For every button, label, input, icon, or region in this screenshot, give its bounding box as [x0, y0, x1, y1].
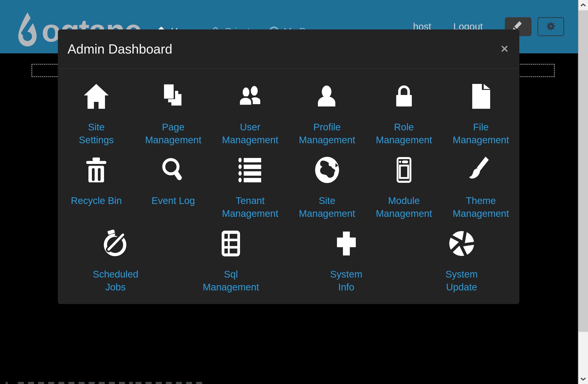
page: oqtane HomePrivateMy Page host Logout [0, 0, 588, 384]
admin-dashboard-modal: Admin Dashboard ✕ SiteSettingsPageManage… [58, 29, 519, 304]
tile-label-line: Recycle Bin [71, 194, 122, 207]
scroll-down-button[interactable] [578, 374, 588, 384]
tile-row: ScheduledJobsSqlManagementSystemInfoSyst… [58, 223, 519, 297]
tile-page-management[interactable]: PageManagement [135, 76, 212, 149]
tile-module-management[interactable]: ModuleManagement [365, 149, 442, 223]
control-panel-button[interactable] [537, 17, 564, 36]
tile-event-log[interactable]: Event Log [135, 149, 212, 223]
tile-role-management[interactable]: RoleManagement [365, 76, 442, 149]
tile-label: SqlManagement [203, 268, 259, 294]
tile-label-line: Site [79, 121, 114, 134]
browser-icon [390, 156, 418, 184]
globe-icon [313, 156, 341, 184]
tile-label: TenantManagement [222, 194, 278, 220]
tile-label-line: Management [222, 207, 278, 220]
tile-label: PageManagement [145, 121, 201, 146]
tile-label: Event Log [152, 194, 195, 207]
tile-label-line: Settings [79, 134, 114, 146]
tile-scheduled-jobs[interactable]: ScheduledJobs [58, 223, 173, 297]
file-icon [467, 83, 495, 110]
tile-tenant-management[interactable]: TenantManagement [212, 149, 289, 223]
clipped-bottom-row [18, 382, 133, 384]
chevron-down-icon [580, 377, 587, 381]
modal-title: Admin Dashboard [67, 41, 172, 57]
tile-row: SiteSettingsPageManagementUserManagement… [58, 76, 519, 149]
modal-header: Admin Dashboard ✕ [58, 29, 519, 68]
tile-label-line: File [453, 121, 509, 134]
list-icon [236, 156, 264, 184]
tile-user-management[interactable]: UserManagement [212, 76, 289, 149]
tile-label-line: System [330, 268, 362, 281]
tile-label-line: Management [299, 134, 355, 146]
magnifier-icon [159, 156, 187, 184]
tile-label-line: Scheduled [93, 268, 139, 281]
tile-theme-management[interactable]: ThemeManagement [442, 149, 519, 223]
tile-label-line: Site [299, 194, 355, 207]
clipped-bottom-row [5, 382, 8, 384]
tile-label-line: Event Log [152, 194, 195, 207]
tile-label-line: Management [299, 207, 355, 220]
plus-icon [333, 230, 360, 257]
tile-label: Recycle Bin [71, 194, 122, 207]
tile-label-line: Management [203, 281, 259, 294]
tile-label-line: Management [376, 207, 432, 220]
home-icon [83, 83, 110, 110]
tile-label-line: Tenant [222, 194, 278, 207]
tile-label-line: Management [145, 134, 201, 146]
tile-label-line: Management [222, 134, 278, 146]
lock-icon [390, 83, 418, 110]
tile-label-line: Module [376, 194, 432, 207]
tile-label-line: Info [330, 281, 362, 294]
scrollbar-thumb[interactable] [578, 10, 588, 332]
tile-label-line: Management [453, 207, 509, 220]
tile-label: SiteManagement [299, 194, 355, 220]
tile-label: ThemeManagement [453, 194, 509, 220]
tile-system-update[interactable]: SystemUpdate [404, 223, 519, 297]
people-icon [236, 83, 264, 110]
tile-sql-management[interactable]: SqlManagement [173, 223, 289, 297]
tile-file-management[interactable]: FileManagement [442, 76, 519, 149]
droplet-logo-icon [17, 12, 38, 47]
tile-label: FileManagement [453, 121, 509, 146]
tile-system-info[interactable]: SystemInfo [289, 223, 404, 297]
tile-label: RoleManagement [376, 121, 432, 146]
vertical-scrollbar [578, 0, 588, 384]
tile-site-management[interactable]: SiteManagement [289, 149, 365, 223]
tile-profile-management[interactable]: ProfileManagement [289, 76, 365, 149]
trash-icon [83, 156, 110, 184]
tile-label-line: Profile [299, 121, 355, 134]
tile-label: SystemInfo [330, 268, 362, 294]
gear-icon [545, 20, 557, 33]
tile-label-line: Update [446, 281, 478, 294]
tile-label: UserManagement [222, 121, 278, 146]
tile-label-line: Management [453, 134, 509, 146]
tile-site-settings[interactable]: SiteSettings [58, 76, 135, 149]
pages-icon [159, 83, 187, 110]
tile-label-line: Management [376, 134, 432, 146]
tile-label: ModuleManagement [376, 194, 432, 220]
tile-label: ProfileManagement [299, 121, 355, 146]
tile-label: ScheduledJobs [93, 268, 139, 294]
person-icon [313, 83, 341, 110]
close-icon[interactable]: ✕ [500, 44, 509, 54]
spreadsheet-icon [217, 230, 245, 257]
brush-icon [467, 156, 495, 184]
scroll-up-button[interactable] [578, 0, 588, 10]
tile-label-line: Jobs [93, 281, 139, 294]
tile-label-line: User [222, 121, 278, 134]
tile-row: Recycle BinEvent LogTenantManagementSite… [58, 149, 519, 223]
tile-recycle-bin[interactable]: Recycle Bin [58, 149, 135, 223]
aperture-icon [448, 230, 475, 257]
tile-label-line: Role [376, 121, 432, 134]
chevron-up-icon [580, 3, 587, 7]
admin-tile-grid: SiteSettingsPageManagementUserManagement… [58, 68, 519, 297]
clipped-bottom-row [136, 382, 204, 384]
tile-label-line: System [446, 268, 478, 281]
timer-icon [102, 230, 129, 257]
tile-label-line: Theme [453, 194, 509, 207]
tile-label-line: Sql [203, 268, 259, 281]
tile-label-line: Page [145, 121, 201, 134]
tile-label: SystemUpdate [446, 268, 478, 294]
tile-label: SiteSettings [79, 121, 114, 146]
